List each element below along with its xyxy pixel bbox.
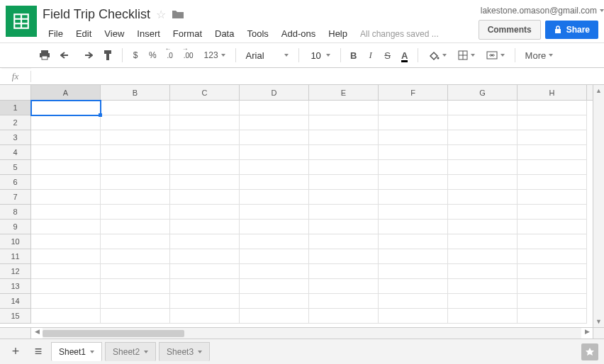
cell[interactable] [518,234,587,249]
comments-button[interactable]: Comments [479,20,541,40]
cell[interactable] [31,264,101,279]
cell[interactable] [379,145,448,160]
cell[interactable] [101,190,170,205]
cell[interactable] [379,234,448,249]
cell[interactable] [101,145,170,160]
add-sheet-button[interactable]: + [6,342,26,362]
cell[interactable] [101,264,170,279]
cell[interactable] [448,160,518,175]
cell[interactable] [518,294,587,309]
cell[interactable] [518,309,587,324]
row-header[interactable]: 14 [0,294,31,309]
cell[interactable] [518,160,587,175]
cell[interactable] [101,249,170,264]
cell[interactable] [31,309,101,324]
cell[interactable] [170,294,240,309]
row-header[interactable]: 15 [0,309,31,324]
cell[interactable] [379,249,448,264]
cell[interactable] [379,175,448,190]
menu-addons[interactable]: Add-ons [276,25,321,42]
menu-view[interactable]: View [99,25,130,42]
cell[interactable] [309,294,379,309]
cell[interactable] [101,101,170,115]
cell[interactable] [518,249,587,264]
column-header[interactable]: F [379,85,448,100]
cell[interactable] [240,175,309,190]
cell[interactable] [448,220,518,234]
row-header[interactable]: 9 [0,220,31,234]
cell[interactable] [170,160,240,175]
undo-button[interactable] [57,47,75,64]
all-sheets-button[interactable]: ≡ [28,342,48,362]
cell[interactable] [240,294,309,309]
cell[interactable] [170,234,240,249]
cell[interactable] [309,264,379,279]
cell[interactable] [31,175,101,190]
cell[interactable] [448,294,518,309]
cell[interactable] [101,205,170,220]
menu-file[interactable]: File [43,25,69,42]
cell[interactable] [31,130,101,145]
row-header[interactable]: 7 [0,190,31,205]
cell[interactable] [101,234,170,249]
cell[interactable] [170,115,240,130]
star-icon[interactable]: ☆ [156,8,166,21]
cell[interactable] [170,279,240,294]
share-button[interactable]: Share [545,21,598,39]
cell[interactable] [101,279,170,294]
cell[interactable] [170,205,240,220]
cell[interactable] [379,190,448,205]
cell[interactable] [448,264,518,279]
row-header[interactable]: 13 [0,279,31,294]
row-header[interactable]: 4 [0,145,31,160]
cell[interactable] [31,145,101,160]
row-header[interactable]: 12 [0,264,31,279]
print-button[interactable] [35,47,54,64]
cell[interactable] [518,101,587,115]
column-header[interactable]: E [309,85,379,100]
cell[interactable] [309,160,379,175]
explore-button[interactable] [581,343,598,360]
format-currency-button[interactable]: $ [128,47,142,64]
cell[interactable] [240,130,309,145]
cell[interactable] [170,145,240,160]
italic-button[interactable]: I [364,47,378,64]
cell[interactable] [101,115,170,130]
cell[interactable] [240,309,309,324]
row-header[interactable]: 8 [0,205,31,220]
cell[interactable] [448,279,518,294]
cell[interactable] [240,220,309,234]
menu-data[interactable]: Data [209,25,240,42]
row-header[interactable]: 6 [0,175,31,190]
font-family-dropdown[interactable]: Arial [242,49,293,62]
cell[interactable] [448,309,518,324]
cell[interactable] [309,234,379,249]
menu-insert[interactable]: Insert [131,25,166,42]
cell[interactable] [170,309,240,324]
column-header[interactable]: H [518,85,587,100]
cell[interactable] [379,115,448,130]
cell[interactable] [448,130,518,145]
cell[interactable] [309,175,379,190]
menu-help[interactable]: Help [323,25,353,42]
merge-cells-button[interactable] [482,50,509,61]
strikethrough-button[interactable]: S [381,47,395,64]
cell[interactable] [518,145,587,160]
row-header[interactable]: 1 [0,101,31,115]
scroll-thumb[interactable] [43,330,184,337]
cell[interactable] [31,115,101,130]
cell[interactable] [379,279,448,294]
sheet-tab[interactable]: Sheet3 [159,342,210,361]
cell[interactable] [309,145,379,160]
cell[interactable] [240,205,309,220]
cell[interactable] [31,234,101,249]
column-header[interactable]: B [101,85,170,100]
cell[interactable] [309,220,379,234]
more-toolbar-button[interactable]: More [521,47,558,64]
borders-button[interactable] [454,49,479,62]
number-format-dropdown[interactable]: 123 [200,49,230,62]
horizontal-scrollbar[interactable] [43,328,581,339]
cell[interactable] [518,175,587,190]
cell[interactable] [240,145,309,160]
cell[interactable] [309,309,379,324]
